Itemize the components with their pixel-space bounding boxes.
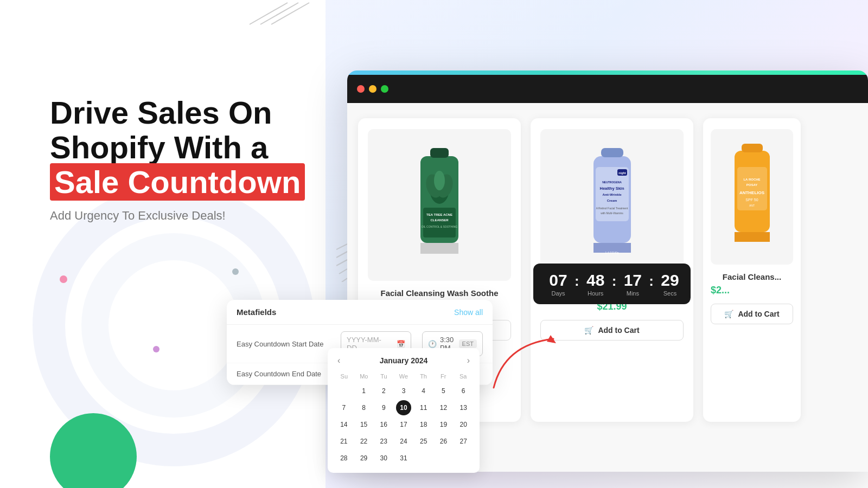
- weekday-we: We: [394, 372, 414, 381]
- add-to-cart-label-2: Add to Cart: [598, 326, 639, 335]
- cal-day-29[interactable]: 29: [356, 451, 372, 466]
- browser-dot-green[interactable]: [381, 85, 388, 93]
- metafields-show-all[interactable]: Show all: [454, 308, 483, 317]
- cal-day-17[interactable]: 17: [396, 417, 411, 432]
- product-card-la-roche: LA ROCHE POSAY ANTHELIOS SPF 50 ANT Faci…: [703, 118, 801, 422]
- cal-day-18[interactable]: 18: [416, 417, 431, 432]
- cal-day-28[interactable]: 28: [336, 451, 352, 466]
- cal-day-30[interactable]: 30: [376, 451, 391, 466]
- svg-line-0: [250, 3, 288, 24]
- cal-day-9[interactable]: 9: [376, 400, 391, 415]
- deco-lines: [233, 0, 331, 27]
- cal-day-16[interactable]: 16: [376, 417, 391, 432]
- countdown-sep-3: :: [649, 273, 654, 290]
- product-image-neutrogena: night NEUTROGENA Healthy Skin Anti-Wrink…: [540, 129, 684, 281]
- svg-text:ANTHELIOS: ANTHELIOS: [739, 190, 764, 195]
- cal-day-10[interactable]: 10: [396, 400, 411, 415]
- svg-rect-34: [742, 144, 763, 152]
- countdown-days-value: 07: [549, 271, 567, 289]
- svg-line-2: [271, 3, 309, 24]
- svg-text:A Retinol Facial Treatment: A Retinol Facial Treatment: [596, 207, 628, 210]
- weekday-tu: Tu: [374, 372, 394, 381]
- cal-day-11[interactable]: 11: [416, 400, 431, 415]
- svg-text:OIL CONTROL & SOOTHING: OIL CONTROL & SOOTHING: [422, 225, 457, 228]
- cal-day-7[interactable]: 7: [336, 400, 352, 415]
- product-card-neutrogena: night NEUTROGENA Healthy Skin Anti-Wrink…: [531, 118, 693, 422]
- cal-day-empty-1: [336, 383, 352, 399]
- cal-day-15[interactable]: 15: [356, 417, 372, 432]
- metafields-header: Metafields Show all: [227, 300, 493, 325]
- weekday-su: Su: [334, 372, 354, 381]
- countdown-days-label: Days: [551, 290, 565, 297]
- product-image-tea-tree: TEA TREE ACNE CLEANSER OIL CONTROL & SOO…: [368, 129, 511, 281]
- weekday-fr: Fr: [433, 372, 454, 381]
- metafields-title: Metafields: [237, 307, 276, 317]
- calendar-title: January 2024: [380, 356, 428, 365]
- cal-day-8[interactable]: 8: [356, 400, 372, 415]
- svg-text:POSAY: POSAY: [746, 183, 757, 187]
- calendar-prev[interactable]: ‹: [334, 355, 343, 367]
- metafields-end-date-label: Easy Countdown End Date: [237, 370, 334, 378]
- calendar-header: ‹ January 2024 ›: [334, 355, 473, 367]
- cal-day-23[interactable]: 23: [376, 434, 391, 449]
- countdown-sep-1: :: [575, 273, 579, 290]
- cal-day-25[interactable]: 25: [416, 434, 431, 449]
- svg-text:LA ROCHE: LA ROCHE: [743, 178, 760, 181]
- product-name-tea-tree: Facial Cleansing Wash Soothe: [381, 288, 499, 298]
- weekday-mo: Mo: [354, 372, 374, 381]
- cal-day-19[interactable]: 19: [436, 417, 451, 432]
- cal-day-1[interactable]: 1: [356, 383, 372, 399]
- cal-day-12[interactable]: 12: [436, 400, 451, 415]
- add-to-cart-neutrogena[interactable]: 🛒 Add to Cart: [540, 320, 684, 341]
- cal-day-20[interactable]: 20: [456, 417, 471, 432]
- calendar-icon: 📅: [397, 340, 405, 348]
- cal-day-14[interactable]: 14: [336, 417, 352, 432]
- cal-day-27[interactable]: 27: [456, 434, 471, 449]
- add-to-cart-label-3: Add to Cart: [738, 310, 779, 318]
- countdown-timer: 07 Days : 48 Hours : 17 Mins : 29 Secs: [533, 264, 691, 304]
- hero-title: Drive Sales On Shopify With a Sale Count…: [50, 95, 343, 199]
- bg-dot-blue: [232, 268, 239, 275]
- hero-section: Drive Sales On Shopify With a Sale Count…: [50, 95, 343, 223]
- calendar-weekdays: Su Mo Tu We Th Fr Sa: [334, 372, 473, 381]
- svg-text:Cream: Cream: [607, 199, 617, 202]
- hero-title-line2: Shopify With a: [50, 130, 343, 165]
- cal-day-empty-3: [436, 451, 451, 466]
- svg-text:Anti-Wrinkle: Anti-Wrinkle: [602, 193, 622, 196]
- calendar-grid: Su Mo Tu We Th Fr Sa 1 2 3 4 5 6 7 8 9 1…: [334, 372, 473, 466]
- weekday-th: Th: [413, 372, 433, 381]
- hero-title-line1: Drive Sales On: [50, 95, 343, 130]
- add-to-cart-la-roche[interactable]: 🛒 Add to Cart: [711, 304, 793, 324]
- calendar-next[interactable]: ›: [464, 355, 473, 367]
- svg-rect-18: [430, 148, 449, 158]
- countdown-mins-value: 17: [624, 271, 642, 289]
- product-price-la-roche: $2...: [711, 285, 793, 296]
- countdown-secs-value: 29: [661, 271, 679, 289]
- bg-dot-purple: [153, 346, 159, 352]
- cal-day-4[interactable]: 4: [416, 383, 431, 399]
- calendar-panel: ‹ January 2024 › Su Mo Tu We Th Fr Sa 1 …: [328, 348, 480, 473]
- svg-rect-17: [420, 243, 458, 254]
- cal-day-31[interactable]: 31: [396, 451, 411, 466]
- svg-text:1.4 OZ/40g: 1.4 OZ/40g: [605, 251, 618, 254]
- hero-subtitle: Add Urgency To Exclusive Deals!: [50, 209, 343, 223]
- cal-day-6[interactable]: 6: [456, 383, 471, 399]
- cal-day-21[interactable]: 21: [336, 434, 352, 449]
- countdown-days: 07 Days: [544, 271, 572, 297]
- hero-title-highlight: Sale Countdown: [50, 163, 305, 201]
- cal-day-3[interactable]: 3: [396, 383, 411, 399]
- timezone-badge: EST: [459, 339, 477, 348]
- countdown-mins-label: Mins: [627, 290, 639, 297]
- bg-dot-pink: [60, 275, 67, 283]
- svg-text:CLEANSER: CLEANSER: [430, 219, 449, 222]
- browser-dot-red[interactable]: [357, 85, 365, 93]
- cal-day-2[interactable]: 2: [376, 383, 391, 399]
- cal-day-22[interactable]: 22: [356, 434, 372, 449]
- browser-dot-yellow[interactable]: [369, 85, 376, 93]
- cal-day-13[interactable]: 13: [456, 400, 471, 415]
- countdown-hours: 48 Hours: [582, 271, 610, 297]
- cal-day-24[interactable]: 24: [396, 434, 411, 449]
- weekday-sa: Sa: [453, 372, 473, 381]
- cal-day-26[interactable]: 26: [436, 434, 451, 449]
- cal-day-5[interactable]: 5: [436, 383, 451, 399]
